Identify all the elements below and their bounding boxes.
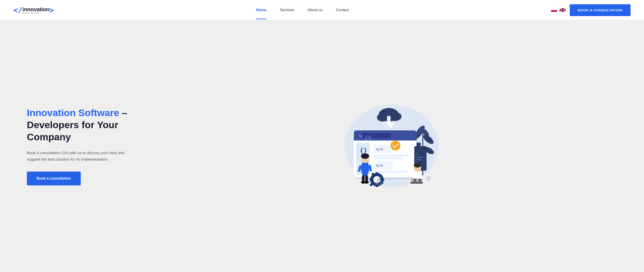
hero-description: Book a consultation (1h) with us to disc… <box>27 150 139 163</box>
nav-right: BOOK A CONSULTATION <box>551 4 630 16</box>
svg-text:</>: </> <box>376 147 383 152</box>
hero-cta-button[interactable]: Book a consultation <box>27 172 81 186</box>
svg-rect-57 <box>382 178 384 181</box>
hero-illustration: {} </> </> <box>156 99 617 193</box>
nav-item-services[interactable]: Services <box>280 8 294 12</box>
logo[interactable]: </ innovation SOFTWARE. > <box>14 6 54 14</box>
svg-rect-58 <box>370 178 372 181</box>
nav-links: Home Services About us Contact <box>256 8 349 12</box>
navbar: </ innovation SOFTWARE. > Home Services … <box>0 0 644 20</box>
logo-sub: SOFTWARE. <box>23 12 49 14</box>
svg-rect-29 <box>416 157 423 158</box>
svg-text:</>: </> <box>376 163 383 168</box>
svg-rect-13 <box>358 133 391 138</box>
logo-bracket-right: > <box>50 6 54 14</box>
svg-rect-21 <box>374 155 409 156</box>
nav-link-home[interactable]: Home <box>256 8 266 12</box>
hero-section: Innovation Software –Developers for Your… <box>0 20 644 272</box>
svg-point-26 <box>390 141 400 150</box>
svg-point-48 <box>414 163 421 168</box>
nav-link-about[interactable]: About us <box>308 8 322 12</box>
svg-point-33 <box>377 114 388 122</box>
nav-item-about[interactable]: About us <box>308 8 322 12</box>
svg-point-43 <box>364 181 369 184</box>
nav-link-contact[interactable]: Contact <box>336 8 349 12</box>
svg-rect-22 <box>374 158 403 159</box>
hero-title-blue: Innovation Software <box>27 107 119 118</box>
svg-rect-30 <box>416 159 422 160</box>
nav-link-services[interactable]: Services <box>280 8 294 12</box>
nav-item-home[interactable]: Home <box>256 8 266 12</box>
svg-rect-25 <box>374 171 408 172</box>
svg-point-65 <box>427 177 430 180</box>
hero-content: Innovation Software –Developers for Your… <box>27 107 156 186</box>
language-flags <box>551 8 566 12</box>
flag-polish[interactable] <box>551 8 557 12</box>
flag-english[interactable] <box>560 8 566 12</box>
logo-bracket-left: </ <box>14 6 22 14</box>
svg-rect-52 <box>411 178 422 182</box>
svg-rect-55 <box>376 172 378 175</box>
hero-title: Innovation Software –Developers for Your… <box>27 107 156 143</box>
illustration-svg: {} </> </> <box>329 99 445 193</box>
svg-text:{: { <box>416 152 418 156</box>
svg-text:{}: {} <box>360 147 367 154</box>
svg-point-39 <box>361 154 369 159</box>
nav-item-contact[interactable]: Contact <box>336 8 349 12</box>
svg-rect-35 <box>387 116 390 124</box>
book-consultation-button[interactable]: BOOK A CONSULTATION <box>570 4 630 16</box>
svg-rect-56 <box>376 184 378 187</box>
